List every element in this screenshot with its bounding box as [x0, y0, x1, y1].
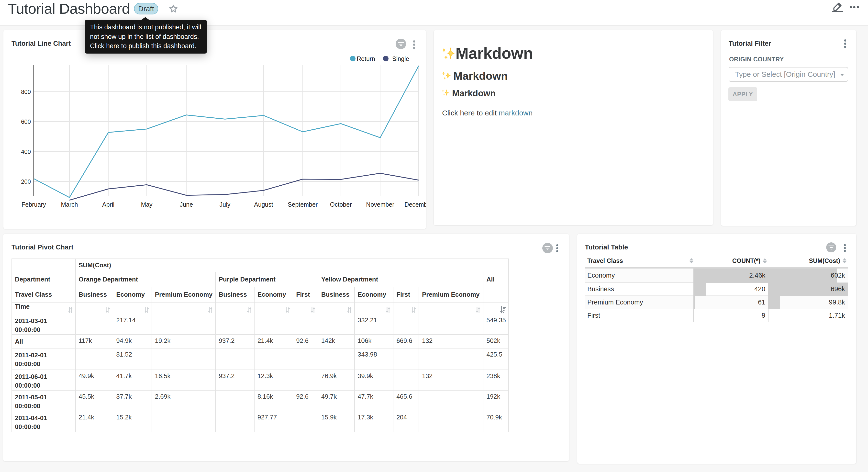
svg-text:April: April	[102, 201, 115, 208]
svg-text:August: August	[254, 201, 273, 208]
svg-text:Return: Return	[357, 55, 375, 62]
svg-text:400: 400	[21, 148, 31, 155]
svg-text:February: February	[22, 201, 46, 208]
svg-text:July: July	[220, 201, 230, 208]
svg-text:October: October	[330, 201, 352, 208]
svg-text:March: March	[61, 201, 78, 208]
svg-text:800: 800	[21, 89, 31, 95]
svg-text:November: November	[366, 201, 394, 208]
svg-text:December: December	[404, 201, 426, 208]
svg-text:600: 600	[21, 118, 31, 125]
svg-text:June: June	[180, 201, 193, 208]
svg-text:May: May	[141, 201, 153, 208]
svg-text:September: September	[288, 201, 318, 208]
svg-text:200: 200	[21, 178, 31, 185]
svg-text:Single: Single	[392, 55, 409, 62]
